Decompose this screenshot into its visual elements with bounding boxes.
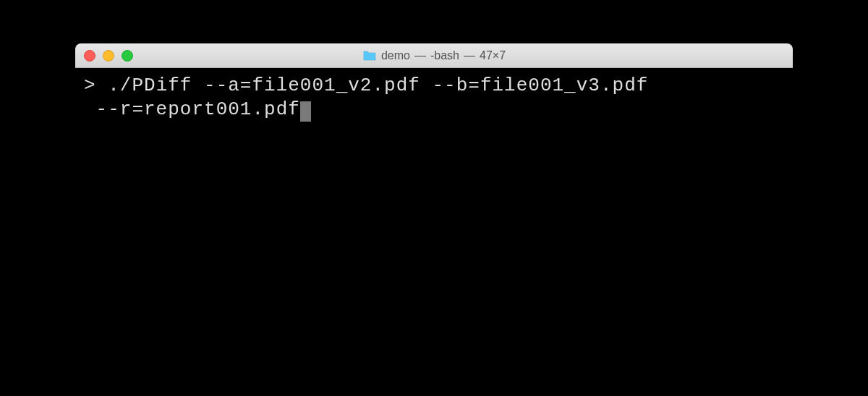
title-dimensions: 47×7	[480, 49, 506, 62]
command-part-1: ./PDiff --a=file001_v2.pdf --b=file001_v…	[108, 75, 648, 96]
title-separator-2: —	[464, 49, 475, 62]
minimize-button[interactable]	[103, 50, 114, 62]
folder-icon	[362, 50, 377, 62]
window-title: demo — -bash — 47×7	[362, 49, 506, 62]
terminal-window: demo — -bash — 47×7 > ./PDiff --a=file00…	[75, 43, 793, 307]
close-button[interactable]	[84, 50, 95, 62]
traffic-lights	[84, 50, 133, 62]
command-part-2: --r=report001.pdf	[84, 98, 300, 120]
title-folder-name: demo	[381, 49, 410, 62]
terminal-line-1: > ./PDiff --a=file001_v2.pdf --b=file001…	[84, 74, 784, 98]
terminal-line-2: --r=report001.pdf	[84, 98, 784, 122]
title-separator-1: —	[414, 49, 426, 62]
terminal-body[interactable]: > ./PDiff --a=file001_v2.pdf --b=file001…	[75, 68, 793, 307]
maximize-button[interactable]	[122, 50, 133, 62]
cursor	[300, 101, 311, 122]
title-bar: demo — -bash — 47×7	[75, 43, 793, 68]
title-shell-name: -bash	[430, 49, 459, 62]
prompt: >	[84, 75, 108, 96]
